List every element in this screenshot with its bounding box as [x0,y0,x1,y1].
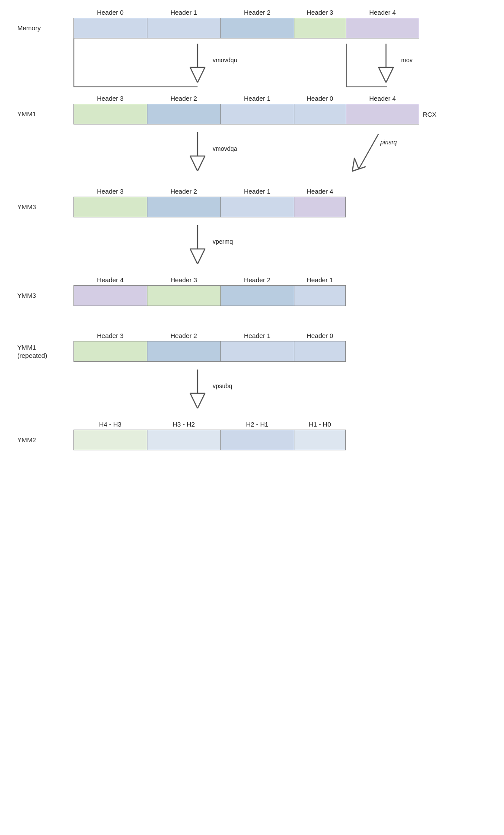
ymm1-b-header-0: Header 0 [294,95,346,102]
memory-header-3: Header 3 [294,9,346,16]
memory-cell-3 [294,18,346,38]
ymm1-b-cell-0 [294,104,346,124]
ymm1-b-header-2: Header 2 [147,95,220,102]
vpsubq-label: vpsubq [213,382,232,389]
memory-vline-top [73,38,74,44]
ymm3-a-header-4: Header 4 [73,276,147,284]
ymm1-rep-reg-label: YMM1(repeated) [17,343,73,360]
memory-cell-1 [147,18,220,38]
vmovdqa-label: vmovdqa [213,145,237,152]
vmovdqu-arrow [186,44,209,83]
ymm2-headers: H4 - H3 H3 - H2 H2 - H1 H1 - H0 [17,421,346,428]
ymm3-before-section: Header 3 Header 2 Header 1 Header 4 YMM3 [17,188,487,217]
ymm2-cell-h3h2 [147,430,220,450]
ymm1-rep-headers: Header 3 Header 2 Header 1 Header 0 [17,332,346,339]
arrow-row-4: vpsubq [17,370,487,413]
ymm3-a-cell-2 [220,285,294,306]
ymm1-before-label-spacer [17,101,73,102]
ymm1-repeated-register-row: YMM1(repeated) [17,341,346,362]
ymm1-b-cell-2 [147,104,220,124]
ymm3-b-header-2: Header 2 [147,188,220,195]
ymm1-r-header-2: Header 2 [147,332,220,339]
svg-marker-4 [190,225,205,264]
ymm2-header-h2h1: H2 - H1 [220,421,294,428]
ymm1-b-cell-1 [220,104,294,124]
ymm3-b-cell-1 [220,197,294,217]
ymm2-section: H4 - H3 H3 - H2 H2 - H1 H1 - H0 YMM2 [17,421,487,450]
memory-label-spacer [17,15,73,16]
ymm1-r-cell-2 [147,341,220,362]
ymm2-label-spacer [17,427,73,428]
ymm3-a-header-2: Header 2 [220,276,294,284]
svg-marker-1 [379,44,393,83]
ymm1-b-header-3: Header 3 [73,95,147,102]
memory-register-row: Memory [17,18,419,38]
memory-left-vline [73,44,74,87]
memory-right-vline [346,44,347,87]
memory-headers: Header 0 Header 1 Header 2 Header 3 Head… [17,9,419,16]
memory-section: Header 0 Header 1 Header 2 Header 3 Head… [17,9,487,38]
ymm3-after-headers: Header 4 Header 3 Header 2 Header 1 [17,276,346,284]
ymm1-rep-label-spacer [17,338,73,339]
ymm3-a-header-1: Header 1 [294,276,346,284]
ymm3-before-label-spacer [17,194,73,195]
ymm3-b-header-4: Header 4 [294,188,346,195]
ymm3-a-cell-4 [73,285,147,306]
ymm3-after-reg-label: YMM3 [17,292,73,300]
ymm1-before-reg-label: YMM1 [17,110,73,118]
memory-header-4: Header 4 [346,9,419,16]
vpermq-arrow [186,225,209,264]
ymm1-b-cell-3 [73,104,147,124]
ymm1-before-headers: Header 3 Header 2 Header 1 Header 0 Head… [17,95,419,102]
ymm3-before-headers: Header 3 Header 2 Header 1 Header 4 [17,188,346,195]
ymm1-r-cell-0 [294,341,346,362]
svg-marker-0 [190,44,205,83]
memory-cell-0 [73,18,147,38]
vpsubq-arrow-group [186,370,209,408]
diagram: Header 0 Header 1 Header 2 Header 3 Head… [17,9,487,450]
mov-label: mov [401,57,412,64]
ymm1-before-section: Header 3 Header 2 Header 1 Header 0 Head… [17,95,487,124]
vmovdqa-arrow-group [186,132,209,171]
ymm1-b-header-1: Header 1 [220,95,294,102]
ymm3-a-cell-3 [147,285,220,306]
vpsubq-arrow [186,370,209,408]
vmovdqu-arrow-group [186,44,209,83]
ymm3-after-label-spacer [17,283,73,284]
ymm3-b-header-3: Header 3 [73,188,147,195]
ymm1-repeated-section: Header 3 Header 2 Header 1 Header 0 YMM1… [17,332,487,362]
vpermq-label: vpermq [213,238,233,245]
vmovdqa-arrow [186,132,209,171]
ymm1-r-cell-3 [73,341,147,362]
ymm2-header-h1h0: H1 - H0 [294,421,346,428]
ymm1-r-header-3: Header 3 [73,332,147,339]
arrow-row-3: vpermq [17,225,487,268]
ymm2-header-h3h2: H3 - H2 [147,421,220,428]
pinsrq-label: pinsrq [380,139,397,146]
ymm3-a-cell-1 [294,285,346,306]
ymm2-cell-h4h3 [73,430,147,450]
ymm1-r-header-1: Header 1 [220,332,294,339]
svg-marker-3 [352,134,378,171]
mov-arrow [374,44,398,83]
ymm2-header-h4h3: H4 - H3 [73,421,147,428]
ymm2-cell-h1h0 [294,430,346,450]
ymm1-before-register-row: YMM1 RCX [17,104,437,124]
svg-marker-2 [190,132,205,171]
memory-reg-label: Memory [17,24,73,32]
memory-header-2: Header 2 [220,9,294,16]
rcx-label: RCX [423,104,437,124]
ymm3-b-header-1: Header 1 [220,188,294,195]
ymm3-a-header-3: Header 3 [147,276,220,284]
ymm1-r-header-0: Header 0 [294,332,346,339]
ymm1-r-cell-1 [220,341,294,362]
ymm3-b-cell-4 [294,197,346,217]
ymm3-before-register-row: YMM3 [17,197,346,217]
memory-header-0: Header 0 [73,9,147,16]
ymm2-reg-label: YMM2 [17,436,73,444]
ymm3-after-register-row: YMM3 [17,285,346,306]
ymm2-register-row: YMM2 [17,430,346,450]
ymm3-b-cell-2 [147,197,220,217]
ymm1-b-header-4: Header 4 [346,95,419,102]
ymm3-b-cell-3 [73,197,147,217]
